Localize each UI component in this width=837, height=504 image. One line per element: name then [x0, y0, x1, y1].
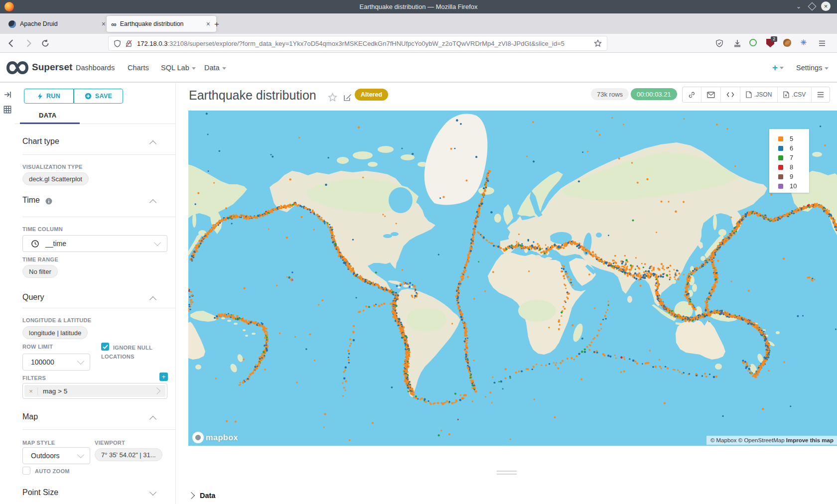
copy-link-button[interactable] — [683, 87, 701, 102]
run-button[interactable]: RUN — [24, 89, 74, 104]
map-style-label: MAP STYLE — [22, 440, 55, 446]
legend-label: 6 — [790, 144, 793, 152]
cookie-extension-icon[interactable] — [783, 39, 791, 47]
tab-close-icon[interactable]: × — [100, 20, 107, 28]
legend-swatch — [778, 155, 783, 160]
panel-resize-handle[interactable] — [497, 471, 517, 475]
chevron-up-icon[interactable] — [149, 140, 156, 147]
lightning-icon — [37, 93, 43, 100]
brand-name[interactable]: Superset — [32, 62, 72, 73]
window-close-icon[interactable]: × — [821, 1, 831, 11]
legend-item[interactable]: 8 — [778, 162, 809, 172]
more-options-button[interactable] — [812, 87, 830, 102]
new-tab-button[interactable]: + — [214, 19, 219, 29]
back-icon[interactable] — [7, 39, 16, 48]
browser-titlebar: Earthquake distribution — Mozilla Firefo… — [0, 0, 837, 13]
protection-shield-icon[interactable] — [715, 39, 723, 47]
legend-item[interactable]: 5 — [778, 134, 809, 143]
email-button[interactable] — [701, 87, 721, 102]
tab-apache-druid[interactable]: Apache Druid × — [4, 16, 112, 32]
legend-item[interactable]: 7 — [778, 153, 809, 162]
nav-sql-lab[interactable]: SQL Lab — [161, 64, 196, 72]
add-filter-button[interactable]: + — [159, 373, 168, 381]
mapbox-wordmark: mapbox — [206, 433, 238, 442]
nav-settings[interactable]: Settings — [796, 64, 829, 72]
chart-title[interactable]: Earthquake distribution — [189, 88, 316, 103]
osm-attribution-link[interactable]: © OpenStreetMap — [738, 437, 785, 443]
section-chart-type[interactable]: Chart type — [22, 137, 59, 146]
tab-data[interactable]: DATA — [39, 112, 56, 119]
legend-swatch — [778, 184, 783, 189]
viewport-value[interactable]: 7° 35' 54.02" | 31... — [95, 448, 162, 461]
forward-icon[interactable] — [24, 39, 33, 48]
edit-pencil-icon[interactable] — [343, 93, 352, 102]
window-minimize-icon[interactable]: ⌄ — [796, 3, 801, 10]
chevron-down-icon — [154, 239, 161, 246]
map-legend[interactable]: 5678910 — [769, 129, 809, 193]
chevron-down-icon — [192, 67, 196, 70]
section-query[interactable]: Query — [22, 293, 44, 302]
nav-charts[interactable]: Charts — [128, 64, 149, 72]
reload-icon[interactable] — [41, 39, 50, 48]
deckgl-map[interactable]: 5678910 mapbox © Mapbox © OpenStreetMap … — [188, 111, 837, 446]
tab-close-icon[interactable]: × — [205, 20, 212, 28]
downloads-icon[interactable] — [733, 39, 741, 47]
chevron-up-icon[interactable] — [149, 296, 156, 303]
mapbox-attribution-link[interactable]: © Mapbox — [710, 437, 737, 443]
save-button[interactable]: SAVE — [74, 89, 123, 104]
altered-badge[interactable]: Altered — [355, 89, 388, 101]
chevron-up-icon[interactable] — [149, 416, 156, 423]
legend-item[interactable]: 9 — [778, 172, 809, 181]
snowflake-extension-icon[interactable]: ✳ — [800, 38, 807, 47]
insecure-lock-icon[interactable] — [125, 40, 133, 47]
remove-filter-icon[interactable]: × — [24, 387, 38, 395]
add-new-button[interactable]: + — [772, 62, 784, 73]
improve-map-link[interactable]: Improve this map — [786, 437, 834, 443]
extension-circle-icon[interactable] — [749, 39, 757, 46]
time-column-select[interactable]: __time — [22, 235, 167, 252]
map-attribution: © Mapbox © OpenStreetMap Improve this ma… — [706, 436, 837, 445]
code-icon — [726, 92, 734, 98]
export-json-button[interactable]: .JSON — [740, 87, 778, 102]
chevron-up-icon[interactable] — [149, 199, 156, 206]
section-map[interactable]: Map — [22, 412, 38, 421]
section-point-size[interactable]: Point Size — [22, 488, 58, 497]
embed-code-button[interactable] — [721, 87, 740, 102]
time-range-value[interactable]: No filter — [22, 265, 58, 278]
clock-icon — [31, 240, 39, 248]
expand-panel-icon[interactable] — [3, 91, 11, 99]
export-csv-button[interactable]: .CSV — [778, 87, 812, 102]
chevron-down-icon — [780, 67, 784, 69]
nav-dashboards[interactable]: Dashboards — [76, 64, 115, 72]
viz-type-value[interactable]: deck.gl Scatterplot — [22, 172, 89, 185]
chevron-right-icon[interactable] — [153, 387, 160, 394]
row-limit-select[interactable]: 100000 — [22, 354, 90, 371]
filter-chip[interactable]: × mag > 5 — [24, 385, 165, 397]
mapbox-logo[interactable]: mapbox — [192, 432, 238, 443]
map-style-value: Outdoors — [31, 452, 60, 460]
lonlat-value[interactable]: longitude | latitude — [22, 326, 88, 339]
tab-title: Apache Druid — [20, 20, 58, 27]
nav-data[interactable]: Data — [204, 64, 226, 72]
legend-swatch — [778, 174, 783, 179]
bookmark-star-icon[interactable] — [594, 39, 602, 47]
section-time[interactable]: Time — [22, 196, 40, 205]
tab-earthquake-distribution[interactable]: ∞ Earthquake distribution × — [107, 16, 216, 32]
url-bar[interactable]: 172.18.0.3:32108/superset/explore/?form_… — [109, 36, 607, 50]
time-range-label: TIME RANGE — [22, 256, 58, 262]
map-style-select[interactable]: Outdoors — [22, 447, 90, 464]
favorite-star-icon[interactable] — [328, 93, 337, 102]
legend-item[interactable]: 10 — [778, 181, 809, 191]
legend-item[interactable]: 6 — [778, 143, 809, 153]
chevron-down-icon — [222, 67, 226, 70]
auto-zoom-checkbox[interactable] — [22, 467, 30, 475]
chevron-down-icon — [77, 451, 84, 458]
data-section-toggle[interactable]: Data — [189, 492, 215, 500]
chevron-down-icon[interactable] — [149, 489, 156, 496]
application-window: Earthquake distribution — Mozilla Firefo… — [0, 0, 837, 504]
permissions-shield-icon[interactable] — [114, 40, 121, 47]
datasource-grid-icon[interactable] — [3, 105, 12, 114]
hamburger-menu-icon[interactable] — [818, 39, 826, 47]
viewport-label: VIEWPORT — [95, 440, 125, 446]
legend-label: 9 — [790, 173, 793, 180]
